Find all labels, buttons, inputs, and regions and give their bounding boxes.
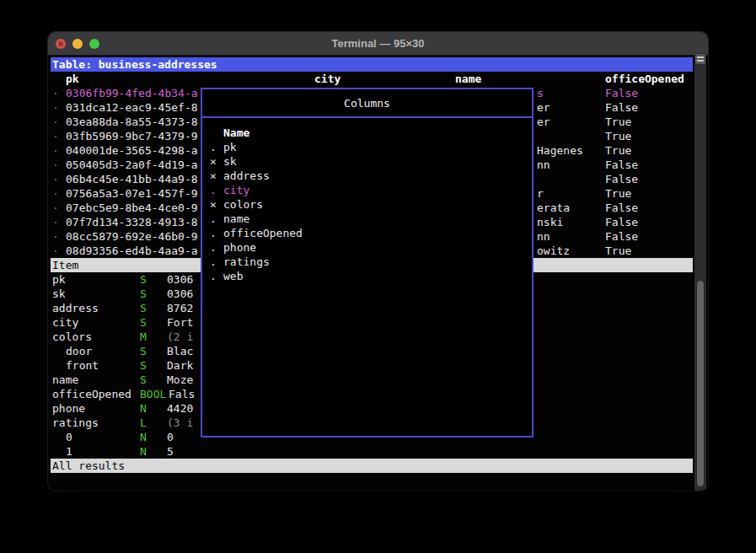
attr-type: L (140, 416, 147, 430)
scrollbar-thumb[interactable] (696, 280, 705, 487)
attr-name: ratings (52, 416, 99, 430)
attr-type: S (140, 272, 147, 287)
attr-type: M (140, 330, 147, 344)
modal-item-label: address (223, 169, 270, 182)
row-marker: · (52, 129, 59, 143)
cell-name: er (537, 100, 550, 115)
dot-marker-icon: . (210, 140, 223, 154)
status-bar: All results (51, 459, 693, 473)
cell-name: owitz (537, 244, 570, 258)
attr-name: city (52, 315, 78, 330)
modal-item-label: colors (223, 198, 263, 211)
attr-value: 0306 (167, 272, 193, 287)
modal-item-sk[interactable]: ×sk (202, 154, 532, 169)
minimize-button[interactable] (72, 39, 83, 49)
column-header-name: name (455, 72, 481, 86)
attr-name: 1 (66, 444, 72, 459)
cell-officeOpened: True (605, 186, 631, 201)
x-marker-icon: × (210, 197, 223, 212)
window-title: Terminal — 95×30 (48, 32, 708, 56)
attr-type: N (140, 401, 147, 416)
x-marker-icon: × (210, 154, 223, 169)
cell-pk: 03fb5969-9bc7-4379-9 (66, 129, 198, 143)
cell-officeOpened: True (605, 129, 631, 143)
table-header-row: pk city name officeOpened (51, 72, 693, 86)
cell-name: Hagenes (537, 143, 583, 158)
attr-value: Fals (169, 387, 195, 401)
cell-officeOpened: False (605, 100, 638, 115)
cell-name: erata (537, 201, 570, 215)
attr-value: Blac (167, 344, 193, 358)
attr-type: S (140, 315, 147, 330)
cell-pk: 040001de-3565-4298-a (66, 143, 198, 158)
modal-item-label: officeOpened (223, 227, 303, 239)
attr-value: 5 (167, 444, 174, 459)
dot-marker-icon: . (210, 269, 223, 283)
attr-name: address (52, 301, 99, 315)
dot-marker-icon: . (210, 226, 223, 240)
attr-type: S (140, 358, 147, 373)
modal-list-header: Name (202, 126, 532, 140)
row-marker: · (52, 100, 59, 115)
cell-officeOpened: False (605, 229, 638, 244)
modal-item-ratings[interactable]: .ratings (202, 255, 532, 269)
row-marker: · (52, 115, 59, 129)
column-header-city: city (314, 72, 340, 86)
cell-name: s (537, 86, 544, 100)
attr-name: officeOpened (52, 387, 131, 401)
row-marker: · (52, 172, 59, 186)
cell-officeOpened: True (605, 244, 631, 258)
modal-item-pk[interactable]: .pk (202, 140, 532, 154)
attr-type: N (140, 444, 147, 459)
attr-value: (2 i (167, 330, 193, 344)
attr-name: 0 (66, 430, 72, 444)
attr-value: Dark (167, 358, 193, 373)
modal-item-name[interactable]: .name (202, 212, 532, 226)
modal-item-address[interactable]: ×address (202, 169, 532, 183)
column-header-officeOpened: officeOpened (605, 72, 684, 86)
cell-pk: 0756a5a3-07e1-457f-9 (66, 186, 198, 201)
close-button[interactable] (56, 39, 66, 49)
attr-type: N (140, 430, 147, 444)
titlebar[interactable]: Terminal — 95×30 (48, 32, 708, 56)
modal-item-colors[interactable]: ×colors (202, 197, 532, 212)
attr-name: phone (52, 401, 85, 416)
cell-name: nn (537, 229, 550, 244)
attr-name: pk (52, 272, 66, 287)
modal-item-officeOpened[interactable]: .officeOpened (202, 226, 532, 240)
modal-item-city[interactable]: .city (202, 183, 532, 197)
row-marker: · (52, 229, 59, 244)
terminal-content: Table: business-addresses pk city name o… (51, 56, 693, 491)
cell-name: nn (537, 158, 550, 172)
attr-name: colors (52, 330, 92, 344)
cell-name: er (537, 115, 550, 129)
modal-item-label: sk (223, 155, 237, 168)
cell-pk: 0306fb99-4fed-4b34-a (66, 86, 198, 100)
desktop: { "window": { "title": "Terminal — 95×30… (0, 0, 756, 553)
attr-name: door (66, 344, 92, 358)
terminal-window: Terminal — 95×30 Table: business-address… (48, 32, 708, 491)
attr-type: S (140, 301, 147, 315)
row-marker: · (52, 158, 59, 172)
row-marker: · (52, 244, 59, 258)
modal-item-label: name (223, 212, 249, 225)
row-marker: · (52, 215, 59, 229)
scrollbar-track[interactable] (694, 56, 706, 491)
cell-officeOpened: False (605, 86, 638, 100)
modal-title: Columns (202, 89, 532, 118)
modal-item-phone[interactable]: .phone (202, 240, 532, 255)
modal-item-label: web (223, 270, 243, 282)
attr-type: BOOL (140, 387, 166, 401)
row-marker: · (52, 186, 59, 201)
modal-item-web[interactable]: .web (202, 269, 532, 283)
cell-officeOpened: False (605, 201, 638, 215)
dot-marker-icon: . (210, 212, 223, 226)
attr-name: name (52, 373, 78, 387)
zoom-button[interactable] (89, 39, 99, 49)
row-marker: · (52, 201, 59, 215)
cell-name: nski (537, 215, 563, 229)
cell-pk: 06b4c45e-41bb-44a9-8 (66, 172, 198, 186)
x-marker-icon: × (210, 169, 223, 183)
attr-value: Fort (167, 315, 193, 330)
scrollbar-menu-icon[interactable] (694, 53, 706, 65)
